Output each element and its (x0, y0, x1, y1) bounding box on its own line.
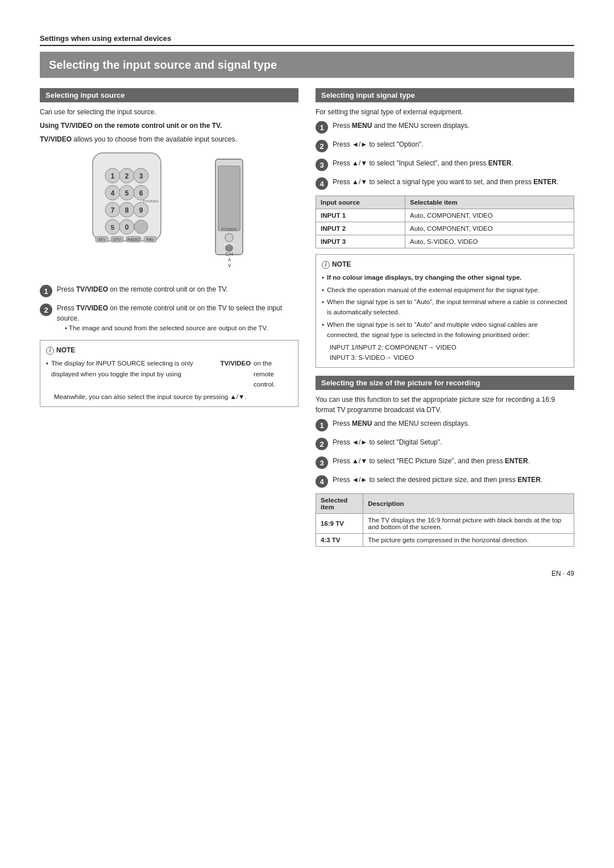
right-step-num-4: 4 (316, 177, 328, 190)
rec-desc-43: The picture gets compressed in the horiz… (363, 534, 574, 547)
input2-label: INPUT 2 (316, 222, 405, 235)
step-num-1: 1 (40, 285, 52, 297)
svg-rect-34 (218, 166, 239, 231)
left-note-item-2: Meanwhile, you can also select the input… (54, 392, 292, 402)
svg-text:9: 9 (139, 206, 143, 214)
svg-text:7: 7 (110, 206, 114, 214)
svg-point-24 (134, 220, 148, 234)
tv-side-svg: POWER TV/VID CH ∧ ∨ (195, 152, 263, 275)
right-step-text-2: Press ◄/► to select "Option". (333, 139, 574, 149)
svg-text:TV/VID: TV/VID (223, 243, 235, 246)
input1-value: Auto, COMPONENT, VIDEO (405, 209, 574, 222)
page-wrapper: Settings when using external devices Sel… (40, 34, 574, 578)
two-col-layout: Selecting input source Can use for selec… (40, 88, 574, 553)
recording-sub-header: Selecting the size of the picture for re… (316, 376, 574, 390)
right-note-icon: i (322, 261, 330, 269)
section-header: Settings when using external devices (40, 34, 574, 46)
right-step-1: 1 Press MENU and the MENU screen display… (316, 121, 574, 134)
rec-step-num-1: 1 (316, 419, 328, 431)
right-step-num-2: 2 (316, 140, 328, 152)
right-note-item-2: Check the operation manual of the extern… (322, 285, 568, 295)
right-sub-header: Selecting input signal type (316, 88, 574, 102)
right-step-text-3: Press ▲/▼ to select "Input Select", and … (333, 158, 574, 168)
svg-text:6: 6 (139, 189, 143, 197)
svg-text:8: 8 (125, 206, 128, 214)
main-title: Selecting the input source and signal ty… (49, 57, 565, 72)
rec-step-3: 3 Press ▲/▼ to select "REC Picture Size"… (316, 456, 574, 469)
right-note-box: i NOTE If no colour image displays, try … (316, 254, 574, 368)
table-header-input-source: Input source (316, 196, 405, 209)
right-step-4: 4 Press ▲/▼ to select a signal type you … (316, 177, 574, 190)
rec-step-2: 2 Press ◄/► to select "Digital Setup". (316, 437, 574, 450)
left-note-title: i NOTE (46, 345, 292, 356)
right-note-priority-2: INPUT 3: S-VIDEO→ VIDEO (330, 352, 568, 363)
rec-table-header-desc: Description (363, 494, 574, 514)
svg-text:1: 1 (110, 172, 114, 180)
svg-text:S: S (110, 224, 114, 231)
rec-item-169: 16:9 TV (316, 514, 363, 534)
rec-step-num-3: 3 (316, 456, 328, 469)
rec-table-row-169: 16:9 TV The TV displays the 16:9 format … (316, 514, 574, 534)
svg-text:2: 2 (125, 172, 128, 180)
table-row-input1: INPUT 1 Auto, COMPONENT, VIDEO (316, 209, 574, 222)
rec-step-1: 1 Press MENU and the MENU screen display… (316, 418, 574, 431)
left-step-1: 1 Press TV/VIDEO on the remote control u… (40, 284, 298, 297)
page-footer: EN · 49 (40, 570, 574, 578)
rec-step-text-2: Press ◄/► to select "Digital Setup". (333, 437, 574, 447)
svg-text:POWER: POWER (221, 227, 237, 232)
left-step-2: 2 Press TV/VIDEO on the remote control u… (40, 303, 298, 334)
step-text-1: Press TV/VIDEO on the remote control uni… (57, 284, 298, 294)
rec-step-num-4: 4 (316, 475, 328, 488)
input3-label: INPUT 3 (316, 235, 405, 248)
sub-step: • The image and sound from the selected … (65, 323, 298, 333)
rec-table-header-selected: Selected item (316, 494, 363, 514)
svg-text:TV/VIDEO: TV/VIDEO (143, 200, 159, 203)
svg-text:5: 5 (125, 189, 128, 197)
table-header-selectable-item: Selectable item (405, 196, 574, 209)
rec-table-row-43: 4:3 TV The picture gets compressed in th… (316, 534, 574, 547)
right-column: Selecting input signal type For setting … (316, 88, 574, 553)
input-signal-table: Input source Selectable item INPUT 1 Aut… (316, 196, 574, 248)
bold-instruction: Using TV/VIDEO on the remote control uni… (40, 121, 298, 131)
svg-text:4: 4 (110, 189, 114, 197)
svg-text:DTV: DTV (113, 238, 121, 242)
svg-text:RADIO: RADIO (127, 238, 140, 242)
rec-step-num-2: 2 (316, 438, 328, 450)
main-title-box: Selecting the input source and signal ty… (40, 52, 574, 78)
tv-video-desc: TV/VIDEO allows you to choose from the a… (40, 134, 298, 144)
right-note-item-3: When the signal type is set to "Auto", t… (322, 297, 568, 318)
input3-value: Auto, S-VIDEO, VIDEO (405, 235, 574, 248)
table-row-input2: INPUT 2 Auto, COMPONENT, VIDEO (316, 222, 574, 235)
svg-text:0: 0 (125, 223, 128, 231)
rec-desc-169: The TV displays the 16:9 format picture … (363, 514, 574, 534)
right-note-item-bold: If no colour image displays, try changin… (322, 272, 568, 283)
step-num-2: 2 (40, 304, 52, 316)
step-text-2: Press TV/VIDEO on the remote control uni… (57, 304, 282, 322)
right-step-num-1: 1 (316, 121, 328, 134)
svg-text:∨: ∨ (227, 262, 231, 268)
right-step-text-4: Press ▲/▼ to select a signal type you wa… (333, 177, 574, 187)
svg-point-35 (225, 234, 233, 242)
recording-table: Selected item Description 16:9 TV The TV… (316, 493, 574, 547)
remote-control-svg: 1 2 3 4 5 6 7 8 (76, 150, 178, 275)
right-step-2: 2 Press ◄/► to select "Option". (316, 139, 574, 152)
rec-item-43: 4:3 TV (316, 534, 363, 547)
right-step-num-3: 3 (316, 159, 328, 171)
table-row-input3: INPUT 3 Auto, S-VIDEO, VIDEO (316, 235, 574, 248)
left-note-item-1: The display for INPUT SOURCE selecting i… (46, 358, 292, 389)
right-step-text-1: Press MENU and the MENU screen displays. (333, 121, 574, 131)
left-intro: Can use for selecting the input source. (40, 107, 298, 117)
svg-text:ATV: ATV (98, 238, 105, 242)
step-text-2-container: Press TV/VIDEO on the remote control uni… (57, 303, 298, 334)
svg-text:FAV: FAV (146, 238, 154, 242)
input1-label: INPUT 1 (316, 209, 405, 222)
rec-step-text-4: Press ◄/► to select the desired picture … (333, 475, 574, 485)
right-note-title: i NOTE (322, 259, 568, 270)
right-note-priority-1: INPUT 1/INPUT 2: COMPONENT→ VIDEO (330, 342, 568, 352)
svg-text:3: 3 (139, 172, 143, 180)
left-column: Selecting input source Can use for selec… (40, 88, 298, 553)
rec-step-text-1: Press MENU and the MENU screen displays. (333, 418, 574, 429)
right-step-3: 3 Press ▲/▼ to select "Input Select", an… (316, 158, 574, 171)
recording-intro: You can use this function to set the app… (316, 394, 574, 415)
left-sub-header: Selecting input source (40, 88, 298, 102)
